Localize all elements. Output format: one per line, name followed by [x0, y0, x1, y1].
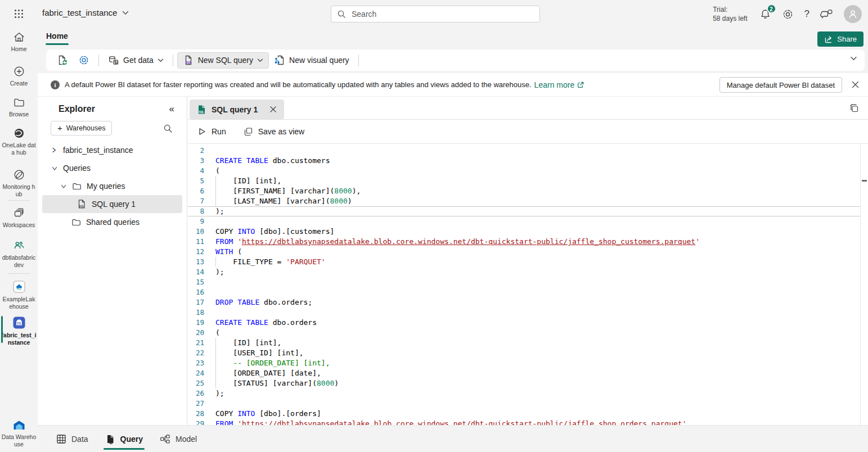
new-visual-query-button[interactable]: New visual query: [269, 52, 354, 69]
explorer-header: Explorer «: [38, 97, 187, 114]
settings-button[interactable]: [73, 52, 95, 69]
code-line-11[interactable]: 11FROM 'https://dbtlabsynapsedatalake.bl…: [188, 237, 868, 247]
code-line-3[interactable]: 3CREATE TABLE dbo.customers: [188, 156, 868, 166]
add-warehouses-button[interactable]: + Warehouses: [51, 121, 112, 135]
sidebar-item-workspace-dbtlabsfabricdev[interactable]: dbtlabsfabricdev: [0, 239, 38, 269]
sidebar-item-data-warehouse[interactable]: Data Warehouse: [0, 419, 38, 448]
sidebar-item-home[interactable]: Home: [0, 31, 38, 53]
tree-item-shared-queries[interactable]: Shared queries: [42, 213, 182, 231]
line-number: 13: [188, 257, 204, 267]
code-line-18[interactable]: 18: [188, 308, 868, 318]
save-as-view-button[interactable]: Save as view: [243, 126, 304, 137]
get-data-button[interactable]: Get data: [103, 52, 169, 69]
tree-item-warehouse-root[interactable]: fabric_test_instance: [42, 141, 182, 159]
line-number: 2: [188, 146, 204, 156]
code-line-19[interactable]: 19CREATE TABLE dbo.orders: [188, 318, 868, 328]
copy-icon[interactable]: [849, 103, 860, 114]
explorer-search-icon[interactable]: [163, 124, 173, 133]
code-line-17[interactable]: 17DROP TABLE dbo.orders;: [188, 297, 868, 308]
editor-overview-ruler[interactable]: [860, 144, 868, 425]
code-line-20[interactable]: 20(: [188, 328, 868, 338]
code-text: COPY INTO [dbo].[customers]: [215, 227, 868, 237]
view-tab-query[interactable]: Query: [105, 426, 143, 452]
sql-code-editor[interactable]: 23CREATE TABLE dbo.customers4(5 [ID] [in…: [188, 144, 868, 425]
code-line-21[interactable]: 21 [ID] [int],: [188, 338, 868, 348]
default-dataset-banner: i A default Power BI dataset for faster …: [38, 73, 868, 97]
code-line-5[interactable]: 5 [ID] [int],: [188, 176, 868, 186]
code-line-14[interactable]: 14);: [188, 267, 868, 277]
code-text: [215, 287, 868, 297]
svg-text:SQL: SQL: [199, 110, 204, 113]
share-button[interactable]: Share: [817, 31, 863, 47]
new-sql-query-button[interactable]: SQL New SQL query: [177, 52, 269, 69]
help-icon[interactable]: ?: [804, 8, 809, 20]
tab-sql-query-1[interactable]: SQL SQL query 1: [190, 100, 284, 119]
waffle-menu-icon[interactable]: [14, 9, 24, 19]
code-line-8[interactable]: 8);: [188, 206, 868, 216]
code-line-15[interactable]: 15: [188, 277, 868, 287]
toolbar-divider: [173, 55, 173, 66]
code-text: [LAST_NAME] [varchar](8000): [215, 196, 868, 206]
learn-more-link[interactable]: Learn more: [534, 80, 585, 89]
code-line-6[interactable]: 6 [FIRST_NAME] [varchar](8000),: [188, 186, 868, 196]
code-line-28[interactable]: 28COPY INTO [dbo].[orders]: [188, 409, 868, 419]
sidebar-item-examplelakehouse[interactable]: ExampleLakehouse: [0, 280, 38, 310]
run-button[interactable]: Run: [197, 127, 226, 136]
tree-item-sql-query-1[interactable]: SQL SQL query 1: [42, 195, 182, 213]
code-line-9[interactable]: 9: [188, 216, 868, 227]
sidebar-item-create[interactable]: Create: [0, 65, 38, 87]
line-number: 27: [188, 399, 204, 409]
settings-gear-icon[interactable]: [782, 8, 794, 20]
monitoring-icon: [0, 169, 38, 181]
new-item-button[interactable]: [52, 52, 73, 69]
code-line-22[interactable]: 22 [USER_ID] [int],: [188, 348, 868, 358]
line-number: 16: [188, 287, 204, 297]
tree-item-my-queries[interactable]: My queries: [42, 177, 182, 195]
code-text: [ORDER_DATE] [date],: [215, 368, 868, 378]
sidebar-item-fabric-test-instance[interactable]: fabric_test_instance: [0, 316, 38, 346]
code-text: FROM 'https://dbtlabsynapsedatalake.blob…: [215, 419, 868, 425]
svg-text:SQL: SQL: [79, 205, 85, 208]
code-line-24[interactable]: 24 [ORDER_DATE] [date],: [188, 368, 868, 378]
view-tab-model[interactable]: Model: [160, 426, 197, 452]
banner-close-icon[interactable]: [851, 80, 860, 89]
code-line-25[interactable]: 25 [STATUS] [varchar](8000): [188, 378, 868, 388]
code-line-12[interactable]: 12WITH (: [188, 247, 868, 257]
code-line-7[interactable]: 7 [LAST_NAME] [varchar](8000): [188, 196, 868, 206]
notifications-button[interactable]: 2: [759, 8, 771, 20]
code-line-26[interactable]: 26);: [188, 388, 868, 399]
tab-close-icon[interactable]: [269, 106, 277, 113]
sidebar-item-onelake-data-hub[interactable]: OneLake data hub: [0, 127, 38, 156]
query-editor-pane: SQL SQL query 1 Run Save as view 23CREAT…: [188, 97, 868, 425]
sidebar-item-browse[interactable]: Browse: [0, 96, 38, 118]
collapse-panel-icon[interactable]: «: [169, 105, 174, 114]
workspace-switcher[interactable]: fabric_test_instance: [42, 8, 129, 17]
code-lines: 23CREATE TABLE dbo.customers4(5 [ID] [in…: [188, 144, 868, 425]
view-tab-data[interactable]: Data: [56, 426, 88, 452]
line-number: 3: [188, 156, 204, 166]
folder-icon: [0, 96, 38, 109]
sidebar-item-workspaces[interactable]: Workspaces: [0, 207, 38, 229]
code-line-13[interactable]: 13 FILE_TYPE = 'PARQUET': [188, 257, 868, 267]
search-input[interactable]: [350, 9, 534, 19]
toolbar-divider: [98, 55, 99, 66]
code-line-27[interactable]: 27: [188, 399, 868, 409]
tree-item-queries[interactable]: Queries: [42, 159, 182, 177]
code-line-4[interactable]: 4(: [188, 166, 868, 176]
sql-file-icon: SQL: [77, 199, 87, 209]
code-line-2[interactable]: 2: [188, 146, 868, 156]
code-text: (: [215, 328, 868, 338]
tab-home[interactable]: Home: [46, 31, 68, 40]
code-line-29[interactable]: 29FROM 'https://dbtlabsynapsedatalake.bl…: [188, 419, 868, 425]
code-line-10[interactable]: 10COPY INTO [dbo].[customers]: [188, 227, 868, 237]
sidebar-item-monitoring-hub[interactable]: Monitoring hub: [0, 169, 38, 198]
code-text: [ID] [int],: [215, 338, 868, 348]
code-line-23[interactable]: 23 -- [ORDER_DATE] [int],: [188, 358, 868, 368]
chevron-down-icon: [158, 58, 164, 62]
code-line-16[interactable]: 16: [188, 287, 868, 297]
avatar[interactable]: [844, 5, 862, 23]
toolbar-overflow-chevron[interactable]: [850, 56, 857, 61]
line-number: 21: [188, 338, 204, 348]
manage-default-dataset-button[interactable]: Manage default Power BI dataset: [719, 77, 842, 93]
feedback-icon[interactable]: [820, 8, 833, 20]
